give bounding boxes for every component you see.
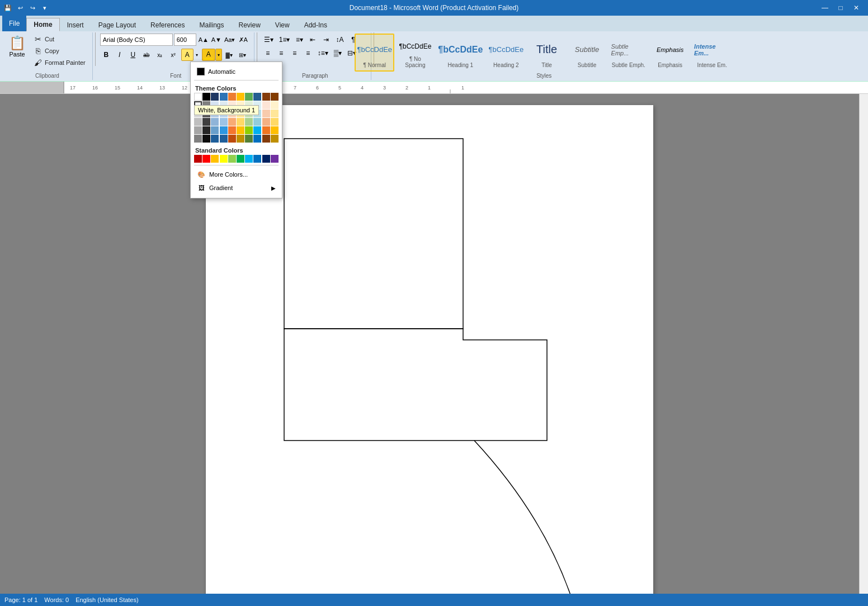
theme-color-swatch[interactable] (245, 126, 253, 134)
theme-color-swatch[interactable] (245, 93, 253, 101)
tab-file[interactable]: File (2, 16, 26, 31)
standard-color-swatch[interactable] (202, 155, 210, 163)
style-title[interactable]: Title Title (527, 34, 567, 72)
increase-indent-button[interactable]: ⇥ (320, 34, 332, 46)
theme-color-swatch[interactable] (228, 126, 236, 134)
sort-button[interactable]: ↕A (333, 34, 346, 46)
font-color-dropdown[interactable]: ▾ (215, 49, 222, 61)
theme-color-swatch[interactable] (237, 126, 244, 134)
theme-color-swatch[interactable] (202, 110, 210, 117)
bullets-button[interactable]: ☰▾ (262, 34, 276, 46)
theme-color-swatch[interactable] (245, 118, 253, 126)
theme-color-swatch[interactable] (220, 110, 228, 117)
align-left-button[interactable]: ≡ (262, 47, 274, 59)
paste-button[interactable]: 📋 Paste (4, 34, 30, 72)
tab-insert[interactable]: Insert (60, 18, 91, 31)
standard-color-swatch[interactable] (194, 155, 202, 163)
customize-qa-button[interactable]: ▾ (39, 2, 50, 13)
theme-color-swatch[interactable] (271, 93, 279, 101)
increase-font-button[interactable]: A▲ (197, 34, 210, 46)
theme-color-swatch[interactable] (237, 110, 244, 117)
theme-color-swatch[interactable] (211, 118, 219, 126)
theme-color-swatch[interactable] (262, 118, 270, 126)
format-painter-button[interactable]: 🖌 Format Painter (31, 57, 90, 68)
theme-color-swatch[interactable] (211, 110, 219, 117)
standard-color-swatch[interactable] (220, 155, 228, 163)
theme-color-swatch[interactable] (228, 101, 236, 109)
text-highlight-button[interactable]: A (181, 49, 194, 61)
standard-color-swatch[interactable] (253, 155, 261, 163)
theme-color-swatch[interactable] (194, 118, 202, 126)
clear-formatting-button[interactable]: ✗A (237, 34, 249, 46)
save-button[interactable]: 💾 (2, 2, 13, 13)
theme-color-swatch[interactable] (262, 135, 270, 143)
theme-color-swatch[interactable] (202, 101, 210, 109)
style-no-spacing[interactable]: ¶bCcDdEe ¶ No Spacing (395, 34, 435, 72)
style-subtitle[interactable]: Subtitle Subtitle (568, 34, 607, 72)
copy-button[interactable]: ⎘ Copy (31, 45, 90, 56)
standard-color-swatch[interactable] (237, 155, 244, 163)
font-name-input[interactable] (100, 34, 173, 46)
font-color-button[interactable]: A (202, 49, 215, 61)
redo-button[interactable]: ↪ (27, 2, 38, 13)
standard-color-swatch[interactable] (262, 155, 270, 163)
theme-color-swatch[interactable] (228, 135, 236, 143)
theme-color-swatch[interactable] (245, 101, 253, 109)
tab-view[interactable]: View (268, 18, 297, 31)
theme-color-swatch[interactable] (245, 135, 253, 143)
tab-review[interactable]: Review (231, 18, 267, 31)
theme-color-swatch[interactable] (271, 110, 279, 117)
theme-color-swatch[interactable] (220, 126, 228, 134)
theme-color-swatch[interactable] (271, 118, 279, 126)
theme-color-swatch[interactable] (271, 135, 279, 143)
theme-color-swatch[interactable] (220, 93, 228, 101)
theme-color-swatch[interactable] (202, 135, 210, 143)
more-colors-option[interactable]: 🎨 More Colors... (194, 168, 279, 181)
style-emphasis[interactable]: Emphasis Emphasis (650, 34, 690, 72)
tab-addins[interactable]: Add-Ins (297, 18, 334, 31)
decrease-indent-button[interactable]: ⇤ (306, 34, 319, 46)
theme-color-swatch[interactable] (262, 93, 270, 101)
theme-color-swatch[interactable] (194, 126, 202, 134)
shading-button[interactable]: ▓▾ (223, 49, 235, 61)
tab-home[interactable]: Home (26, 18, 59, 31)
theme-color-swatch-hovered[interactable] (194, 101, 202, 109)
underline-button[interactable]: U (127, 49, 139, 61)
cut-button[interactable]: ✂ Cut (31, 34, 90, 45)
gradient-option[interactable]: 🖼 Gradient ▶ (194, 181, 279, 195)
italic-button[interactable]: I (114, 49, 126, 61)
theme-color-swatch[interactable] (194, 110, 202, 117)
superscript-button[interactable]: x² (167, 49, 180, 61)
borders-button[interactable]: ⊞▾ (237, 49, 249, 61)
theme-color-swatch[interactable] (262, 126, 270, 134)
change-case-button[interactable]: Aa▾ (224, 34, 236, 46)
numbering-button[interactable]: 1≡▾ (277, 34, 293, 46)
style-heading2[interactable]: ¶bCcDdEe Heading 2 (486, 34, 526, 72)
theme-color-swatch[interactable] (220, 135, 228, 143)
theme-color-swatch[interactable] (202, 118, 210, 126)
tab-mailings[interactable]: Mailings (192, 18, 231, 31)
decrease-font-button[interactable]: A▼ (210, 34, 223, 46)
color-automatic-option[interactable]: Automatic (194, 65, 279, 78)
theme-color-swatch[interactable] (220, 118, 228, 126)
style-normal[interactable]: ¶bCcDdEe ¶ Normal (355, 34, 394, 72)
standard-color-swatch[interactable] (245, 155, 253, 163)
theme-color-swatch[interactable] (253, 135, 261, 143)
style-subtle-emphasis[interactable]: Subtle Emp... Subtle Emph. (608, 34, 650, 72)
theme-color-swatch[interactable] (262, 110, 270, 117)
theme-color-swatch[interactable] (228, 93, 236, 101)
tab-references[interactable]: References (143, 18, 192, 31)
theme-color-swatch[interactable] (253, 101, 261, 109)
standard-color-swatch[interactable] (271, 155, 279, 163)
theme-color-swatch[interactable] (211, 93, 219, 101)
theme-color-swatch[interactable] (253, 93, 261, 101)
theme-color-swatch[interactable] (194, 93, 202, 101)
theme-color-swatch[interactable] (253, 126, 261, 134)
theme-color-swatch[interactable] (237, 135, 244, 143)
justify-button[interactable]: ≡ (302, 47, 314, 59)
bold-button[interactable]: B (100, 49, 112, 61)
align-right-button[interactable]: ≡ (289, 47, 301, 59)
theme-color-swatch[interactable] (194, 135, 202, 143)
theme-color-swatch[interactable] (237, 93, 244, 101)
subscript-button[interactable]: x₂ (154, 49, 166, 61)
